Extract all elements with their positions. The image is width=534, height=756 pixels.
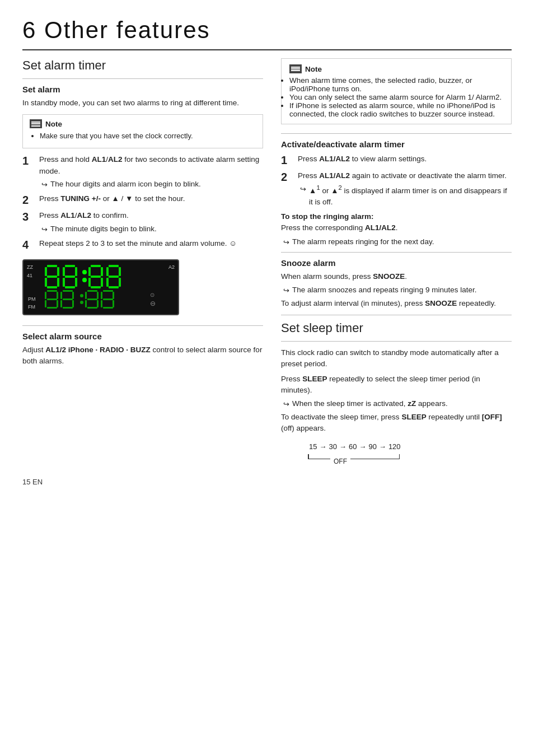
sleep-val-15: 15 [309, 442, 317, 451]
svg-rect-31 [45, 292, 46, 299]
sleep-arrow-3-diag: → [359, 442, 366, 451]
stop-ringing-arrow-text: The alarm repeats ringing for the next d… [292, 237, 434, 246]
right-note-header: Note [289, 64, 503, 73]
svg-rect-48 [97, 292, 99, 299]
svg-rect-25 [119, 267, 121, 276]
bracket-left-vert [308, 454, 309, 459]
svg-text:⊖: ⊖ [150, 300, 156, 307]
svg-rect-43 [63, 307, 73, 309]
svg-text:⊙: ⊙ [150, 292, 154, 298]
svg-rect-28 [119, 278, 121, 287]
step-1-arrow-text: The hour digits and alarm icon begin to … [50, 179, 201, 190]
activate-title: Activate/deactivate alarm timer [281, 139, 512, 149]
svg-rect-26 [109, 276, 119, 278]
clock-display: ZZ41 A2 PM FM [22, 259, 179, 315]
svg-rect-11 [63, 278, 65, 287]
right-note-item-1: When alarm time comes, the selected radi… [289, 76, 503, 93]
note-list: Make sure that you have set the clock co… [30, 131, 256, 141]
set-alarm-note-box: Note Make sure that you have set the clo… [22, 114, 263, 148]
svg-rect-53 [103, 290, 113, 292]
sleep-val-90: 90 [368, 442, 376, 451]
step-num-4: 4 [22, 238, 34, 251]
set-alarm-timer-title: Set alarm timer [22, 58, 263, 73]
step-2: 2 Press TUNING +/- or ▲ / ▼ to set the h… [22, 193, 263, 207]
step-num-1: 1 [22, 154, 34, 167]
svg-rect-6 [47, 286, 57, 288]
right-column: Note When alarm time comes, the selected… [281, 58, 512, 465]
activate-step-num-1: 1 [281, 153, 292, 167]
select-alarm-source-title: Select alarm source [22, 332, 263, 341]
step-1-arrow: ↪ The hour digits and alarm icon begin t… [41, 179, 263, 190]
sleep-divider [281, 341, 512, 342]
snooze-title: Snooze alarm [281, 258, 512, 268]
svg-rect-57 [101, 300, 102, 307]
svg-rect-3 [47, 276, 57, 278]
right-note-item-3: If iPhone is selected as alarm source, w… [289, 101, 503, 118]
section-divider-2 [22, 325, 263, 326]
select-alarm-source-text: Adjust AL1/2 iPhone · RADIO · BUZZ contr… [22, 344, 263, 367]
sleep-arrow-4-diag: → [379, 442, 386, 451]
right-divider-3 [281, 315, 512, 315]
svg-point-15 [82, 278, 87, 282]
note-icon [30, 119, 42, 128]
stop-ringing-arrow-sym: ↪ [283, 238, 289, 246]
bracket-right-vert [399, 454, 400, 459]
right-note-list: When alarm time comes, the selected radi… [289, 76, 503, 118]
svg-rect-13 [65, 286, 75, 288]
sleep-diagram-container: 15 → 30 → 60 → 90 → 120 OFF [287, 442, 512, 465]
right-divider-2 [281, 252, 512, 253]
step-1: 1 Press and hold AL1/AL2 for two seconds… [22, 154, 263, 190]
stop-ringing-text: Press the corresponding AL1/AL2. [281, 222, 512, 234]
right-note-box: Note When alarm time comes, the selected… [281, 58, 512, 124]
snooze-text-2: To adjust alarm interval (in minutes), p… [281, 298, 512, 309]
arrow-sym-3: ↪ [41, 224, 48, 235]
snooze-text-1: When alarm sounds, press SNOOZE. [281, 271, 512, 282]
step-2-content: Press TUNING +/- or ▲ / ▼ to set the hou… [39, 193, 263, 204]
bracket-right-horiz [350, 459, 400, 460]
arrow-sym-1: ↪ [41, 179, 48, 190]
off-label: OFF [330, 458, 350, 465]
activate-step-2-arrow-text: ▲1 or ▲2 is displayed if alarm timer is … [309, 183, 512, 208]
svg-rect-22 [91, 286, 101, 288]
activate-arrow-sym: ↪ [300, 184, 306, 195]
step-4-content: Repeat steps 2 to 3 to set the minute an… [39, 238, 263, 249]
svg-rect-40 [63, 298, 73, 300]
right-note-icon [289, 64, 302, 73]
svg-rect-21 [101, 278, 103, 287]
step-4: 4 Repeat steps 2 to 3 to set the minute … [22, 238, 263, 251]
sleep-text-3: To deactivate the sleep timer, press SLE… [281, 412, 512, 435]
step-num-2: 2 [22, 193, 34, 207]
svg-rect-36 [47, 307, 57, 309]
main-layout: Set alarm timer Set alarm In standby mod… [22, 58, 512, 465]
svg-rect-35 [57, 300, 58, 307]
sleep-arrow-1: ↪ When the sleep timer is activated, zZ … [283, 399, 512, 408]
svg-rect-24 [106, 267, 109, 276]
svg-rect-46 [87, 290, 97, 292]
sleep-val-60: 60 [349, 442, 357, 451]
bracket-right [350, 454, 400, 460]
note-header: Note [30, 119, 256, 128]
activate-step-1-content: Press AL1/AL2 to view alarm settings. [298, 153, 512, 165]
snooze-arrow-1: ↪ The alarm snoozes and repeats ringing … [283, 286, 512, 295]
svg-rect-0 [47, 265, 57, 267]
svg-rect-50 [85, 300, 87, 307]
note-item-1: Make sure that you have set the clock co… [40, 131, 256, 141]
set-alarm-intro: In standby mode, you can set two alarms … [22, 97, 263, 109]
svg-rect-5 [57, 278, 59, 287]
svg-rect-9 [75, 267, 77, 276]
sleep-arrow-1-diag: → [319, 442, 326, 451]
sleep-text-1: This clock radio can switch to standby m… [281, 347, 512, 370]
set-alarm-steps: 1 Press and hold AL1/AL2 for two seconds… [22, 154, 263, 251]
page-number: 15 EN [22, 477, 512, 488]
svg-rect-47 [85, 292, 87, 299]
note-label: Note [45, 120, 62, 128]
chapter-title: 6 Other features [22, 17, 512, 44]
snooze-arrow-sym-1: ↪ [283, 286, 289, 295]
activate-steps: 1 Press AL1/AL2 to view alarm settings. … [281, 153, 512, 208]
svg-rect-58 [113, 300, 114, 307]
svg-rect-4 [45, 278, 47, 287]
activate-step-num-2: 2 [281, 170, 292, 184]
svg-rect-41 [60, 300, 62, 307]
svg-rect-12 [75, 278, 77, 287]
svg-rect-2 [57, 267, 59, 276]
